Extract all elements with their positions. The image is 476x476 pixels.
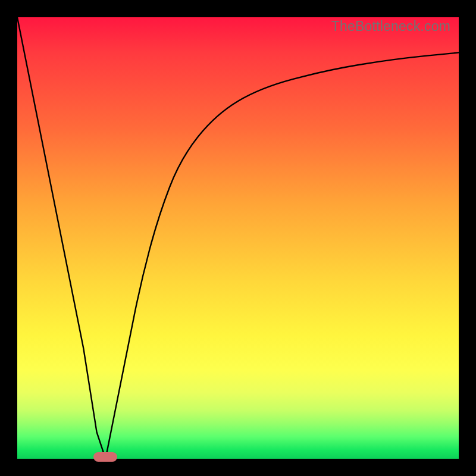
chart-frame: TheBottleneck.com	[0, 0, 476, 476]
min-point-marker	[93, 452, 117, 462]
plot-area: TheBottleneck.com	[17, 17, 459, 459]
left-curve-path	[17, 17, 105, 459]
chart-curves	[17, 17, 459, 459]
right-curve-path	[105, 52, 459, 459]
